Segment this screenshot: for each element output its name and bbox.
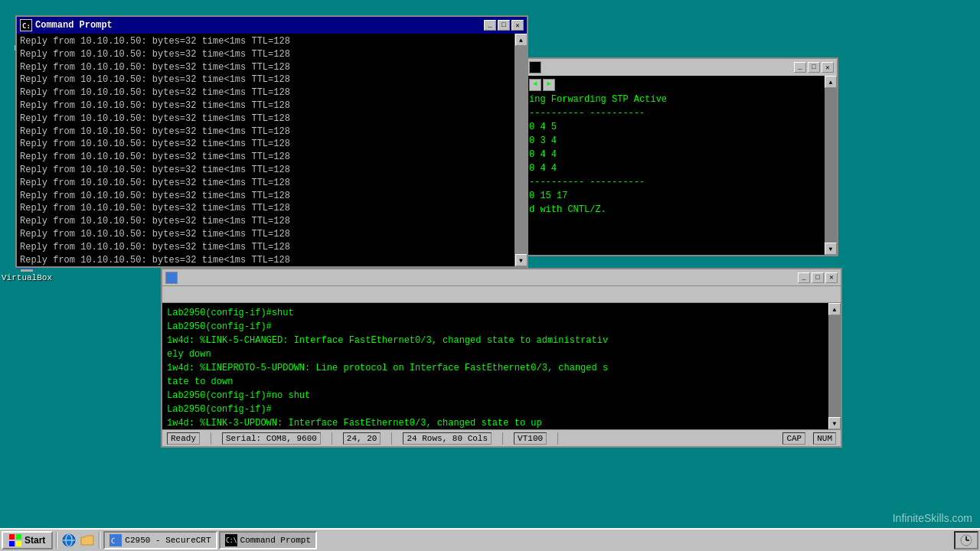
cmd-line: Reply from 10.10.10.50: bytes=32 time<1m…	[20, 86, 511, 99]
stp-scrollbar: ▲ ▼	[825, 76, 837, 255]
securecrt-scrollbar: ▲ ▼	[828, 303, 841, 429]
svg-rect-13	[9, 541, 15, 546]
cmd-line: Reply from 10.10.10.50: bytes=32 time<1m…	[20, 61, 511, 74]
cmd-line: Reply from 10.10.10.50: bytes=32 time<1m…	[20, 202, 511, 215]
cmd-line: Reply from 10.10.10.50: bytes=32 time<1m…	[20, 215, 511, 228]
svg-rect-14	[16, 541, 21, 546]
svg-text:C:\: C:\	[226, 537, 237, 544]
securecrt-minimize-btn[interactable]: _	[798, 272, 810, 283]
cmd-content[interactable]: Reply from 10.10.10.50: bytes=32 time<1m…	[17, 34, 514, 266]
securecrt-window-controls: _ □ ✕	[798, 272, 838, 283]
taskbar-btn-cmd[interactable]: C:\ Command Prompt	[219, 531, 317, 549]
taskbar-btn-securecrt-label: C2950 - SecureCRT	[125, 536, 211, 545]
cmd-line: Reply from 10.10.10.50: bytes=32 time<1m…	[20, 112, 511, 126]
securecrt-status-serial: Serial: COM8, 9600	[222, 432, 321, 445]
securecrt-close-btn[interactable]: ✕	[825, 272, 838, 283]
taskbar-separator	[56, 532, 57, 549]
cmd-window-controls: _ □ ✕	[484, 20, 524, 31]
watermark: InfiniteSkills.com	[893, 512, 972, 524]
stp-scroll-up[interactable]: ▲	[825, 76, 837, 88]
stp-row-1: 0 4 5	[529, 120, 809, 134]
cmd-window: C:\ Command Prompt _ □ ✕ Reply from 10.1…	[15, 15, 528, 268]
cmd-scroll-down[interactable]: ▼	[515, 254, 528, 266]
stp-left-arrow[interactable]: ◄	[529, 79, 541, 91]
virtualbox-label: VirtualBox	[2, 273, 52, 282]
securecrt-status-terminal: VT100	[514, 432, 547, 445]
ie-icon[interactable]	[60, 532, 77, 549]
cmd-line: Reply from 10.10.10.50: bytes=32 time<1m…	[20, 99, 511, 112]
securecrt-title-left	[165, 272, 178, 284]
stp-total-row: 0 15 17	[529, 189, 809, 203]
cmd-title-icon: C:\	[20, 19, 32, 31]
cmd-close-btn[interactable]: ✕	[511, 20, 524, 31]
securecrt-scroll-track	[828, 315, 841, 417]
taskbar-btn-cmd-label: Command Prompt	[240, 536, 311, 545]
stp-nav-row: ◄ ►	[529, 79, 809, 91]
taskbar-separator-2	[99, 532, 100, 549]
securecrt-status-ready: Ready	[167, 432, 200, 445]
svg-rect-12	[16, 534, 21, 540]
svg-rect-10	[167, 273, 176, 282]
stp-window: _ □ ✕ ◄ ► ing Forwarding STP Active ----…	[524, 57, 838, 256]
cmd-minimize-btn[interactable]: _	[484, 20, 496, 31]
securecrt-content[interactable]: Lab2950(config-if)#shutLab2950(config-if…	[162, 303, 828, 429]
cmd-scroll-up[interactable]: ▲	[515, 34, 528, 46]
stp-row-3: 0 4 4	[529, 148, 809, 161]
stp-scroll-down[interactable]: ▼	[825, 243, 837, 255]
cmd-line: Reply from 10.10.10.50: bytes=32 time<1m…	[20, 164, 511, 177]
securecrt-status-bar: Ready Serial: COM8, 9600 24, 20 24 Rows,…	[162, 429, 841, 446]
stp-sep1: ---------- ----------	[529, 106, 809, 120]
stp-title-left	[529, 61, 546, 73]
securecrt-status-position: 24, 20	[343, 432, 381, 445]
cmd-title-left: C:\ Command Prompt	[20, 19, 113, 31]
cmd-title-text: Command Prompt	[35, 20, 113, 31]
start-label: Start	[24, 535, 45, 546]
cmd-scrollbar: ▲ ▼	[514, 34, 527, 266]
securecrt-window: _ □ ✕ Lab2950(config-if)#shutLab2950(con…	[161, 268, 842, 448]
securecrt-status-num: NUM	[813, 432, 836, 445]
securecrt-maximize-btn[interactable]: □	[812, 272, 824, 283]
securecrt-scroll-up[interactable]: ▲	[828, 303, 841, 315]
svg-text:C: C	[111, 537, 115, 545]
securecrt-line: tate to down	[167, 375, 824, 389]
securecrt-toolbar	[162, 286, 841, 303]
securecrt-line: 1w4d: %LINEPROTO-5-UPDOWN: Line protocol…	[167, 361, 824, 375]
cmd-scroll-track	[515, 46, 527, 254]
stp-row-4: 0 4 4	[529, 161, 809, 175]
stp-right-arrow[interactable]: ►	[543, 79, 555, 91]
stp-window-controls: _ □ ✕	[794, 62, 834, 73]
securecrt-body: Lab2950(config-if)#shutLab2950(config-if…	[162, 303, 841, 429]
cmd-line: Reply from 10.10.10.50: bytes=32 time<1m…	[20, 48, 511, 61]
svg-text:C:\: C:\	[22, 22, 31, 30]
cmd-line: Reply from 10.10.10.50: bytes=32 time<1m…	[20, 138, 511, 151]
securecrt-icon	[165, 272, 178, 284]
cmd-body: Reply from 10.10.10.50: bytes=32 time<1m…	[17, 34, 527, 266]
clock-icon	[960, 534, 972, 546]
securecrt-line: 1w4d: %LINK-5-CHANGED: Interface FastEth…	[167, 334, 824, 347]
cmd-line: Reply from 10.10.10.50: bytes=32 time<1m…	[20, 190, 511, 203]
taskbar: Start C C2950 - SecureCRT C:\	[0, 528, 980, 551]
start-windows-icon	[9, 534, 21, 546]
folder-icon[interactable]	[79, 532, 96, 549]
cmd-maximize-btn[interactable]: □	[498, 20, 510, 31]
securecrt-titlebar: _ □ ✕	[162, 269, 841, 286]
start-button[interactable]: Start	[2, 531, 53, 549]
securecrt-line: 1w4d: %LINK-3-UPDOWN: Interface FastEthe…	[167, 416, 824, 429]
cmd-titlebar: C:\ Command Prompt _ □ ✕	[17, 17, 527, 34]
cmd-line: Reply from 10.10.10.50: bytes=32 time<1m…	[20, 241, 511, 254]
svg-rect-7	[21, 269, 33, 272]
cmd-line: Reply from 10.10.10.50: bytes=32 time<1m…	[20, 126, 511, 139]
stp-sep2: ---------- ----------	[529, 175, 809, 189]
stp-minimize-btn[interactable]: _	[794, 62, 806, 73]
cmd-line: Reply from 10.10.10.50: bytes=32 time<1m…	[20, 73, 511, 86]
stp-close-btn[interactable]: ✕	[822, 62, 834, 73]
stp-titlebar: _ □ ✕	[526, 59, 837, 76]
stp-maximize-btn[interactable]: □	[808, 62, 820, 73]
securecrt-line: Lab2950(config-if)#	[167, 403, 824, 416]
cmd-line: Reply from 10.10.10.50: bytes=32 time<1m…	[20, 177, 511, 190]
securecrt-scroll-down[interactable]: ▼	[828, 417, 841, 429]
taskbar-btn-securecrt[interactable]: C C2950 - SecureCRT	[103, 531, 217, 549]
stp-footer: d with CNTL/Z.	[529, 203, 809, 217]
securecrt-line: Lab2950(config-if)#shut	[167, 306, 824, 320]
securecrt-status-rows-cols: 24 Rows, 80 Cols	[403, 432, 492, 445]
